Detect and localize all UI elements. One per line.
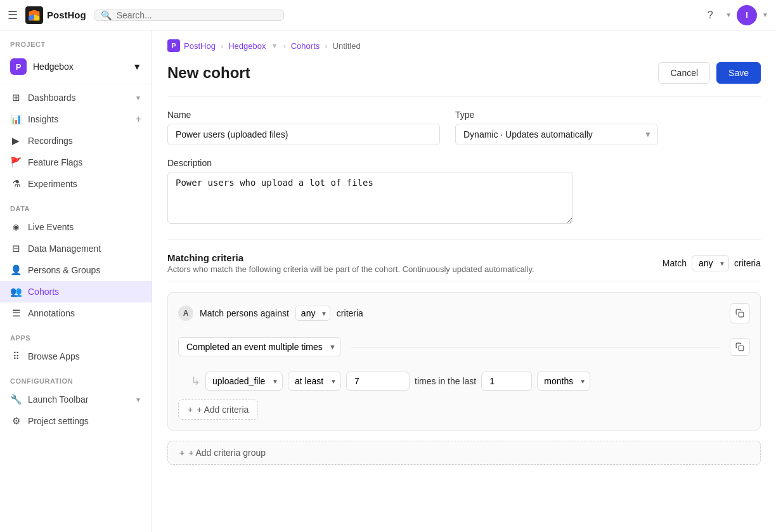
- sidebar-item-label: Annotations: [28, 308, 141, 318]
- sidebar-item-live-events[interactable]: ◉ Live Events: [0, 216, 152, 238]
- sidebar-item-project-settings[interactable]: ⚙ Project settings: [0, 410, 152, 432]
- main-content: P PostHog › Hedgebox ▼ › Cohorts › Untit…: [152, 30, 776, 532]
- avatar-caret: ▼: [762, 11, 768, 18]
- breadcrumb-project: P PostHog: [167, 39, 216, 52]
- sidebar-item-label: Live Events: [28, 222, 141, 232]
- description-label: Description: [167, 158, 573, 168]
- persons-icon: 👤: [10, 264, 22, 276]
- data-section-label: DATA: [0, 195, 152, 216]
- svg-rect-5: [739, 346, 744, 351]
- project-name: Hedgebox: [33, 62, 126, 72]
- form-section: Name Type Dynamic · Updates automaticall…: [152, 97, 776, 239]
- sidebar-item-label: Feature Flags: [28, 157, 141, 167]
- group-match-select-wrap: any all ▼: [295, 306, 330, 321]
- cohorts-icon: 👥: [10, 286, 22, 297]
- period-select[interactable]: days weeks months years: [537, 372, 590, 391]
- match-persons-text: Match persons against: [200, 308, 289, 318]
- criteria-label: criteria: [734, 258, 761, 268]
- breadcrumb-hedgebox[interactable]: Hedgebox: [228, 41, 266, 51]
- sidebar-item-annotations[interactable]: ☰ Annotations: [0, 302, 152, 324]
- group-copy-button[interactable]: [730, 303, 750, 323]
- dashboards-caret: ▼: [135, 94, 141, 101]
- breadcrumb-sep2: ›: [283, 41, 285, 51]
- sidebar: PROJECT P Hedgebox ▼ ⊞ Dashboards ▼ 📊 In…: [0, 30, 152, 532]
- sidebar-item-launch-toolbar[interactable]: 🔧 Launch Toolbar ▼: [0, 389, 152, 410]
- breadcrumb: P PostHog › Hedgebox ▼ › Cohorts › Untit…: [152, 30, 776, 52]
- add-criteria-label: + Add criteria: [197, 405, 249, 415]
- data-management-icon: ⊟: [10, 243, 22, 254]
- event-row-divider: [351, 347, 720, 347]
- insights-plus[interactable]: +: [136, 114, 141, 125]
- freq-select[interactable]: at least at most exactly: [288, 372, 341, 391]
- avatar[interactable]: I: [737, 5, 757, 25]
- matching-title: Matching criteria: [167, 252, 534, 263]
- sidebar-item-label: Persons & Groups: [28, 265, 141, 275]
- search-input[interactable]: [117, 10, 277, 20]
- toolbar-icon: 🔧: [10, 394, 22, 405]
- subcriteria-indent: ↳: [191, 374, 200, 388]
- sidebar-item-experiments[interactable]: ⚗ Experiments: [0, 173, 152, 195]
- sidebar-item-label: Project settings: [28, 416, 141, 426]
- last-count-input[interactable]: [481, 372, 532, 391]
- breadcrumb-avatar: P: [167, 39, 180, 52]
- breadcrumb-cohorts[interactable]: Cohorts: [291, 41, 320, 51]
- feature-flags-icon: 🚩: [10, 157, 22, 168]
- cancel-button[interactable]: Cancel: [658, 62, 710, 84]
- sidebar-item-label: Launch Toolbar: [28, 394, 129, 405]
- sidebar-item-dashboards[interactable]: ⊞ Dashboards ▼: [0, 87, 152, 108]
- count-input[interactable]: [346, 372, 410, 391]
- sidebar-item-label: Insights: [28, 114, 129, 124]
- sidebar-item-insights[interactable]: 📊 Insights +: [0, 108, 152, 130]
- config-section-label: CONFIGURATION: [0, 367, 152, 389]
- live-events-icon: ◉: [10, 221, 22, 233]
- type-select[interactable]: Dynamic · Updates automatically Static ·…: [455, 124, 658, 145]
- sidebar-item-cohorts[interactable]: 👥 Cohorts: [0, 281, 152, 302]
- project-settings-icon: ⚙: [10, 415, 22, 427]
- type-label: Type: [455, 110, 658, 120]
- event-name-select-wrap: uploaded_file pageview clicked ▼: [205, 372, 283, 391]
- form-group-name: Name: [167, 110, 440, 145]
- event-select[interactable]: Completed an event multiple times Comple…: [178, 337, 341, 356]
- search-bar[interactable]: 🔍: [94, 10, 284, 21]
- menu-icon[interactable]: ☰: [8, 8, 18, 22]
- name-input[interactable]: [167, 124, 440, 145]
- matching-description: Actors who match the following criteria …: [167, 264, 534, 274]
- match-select[interactable]: any all: [692, 255, 729, 271]
- sidebar-item-recordings[interactable]: ▶ Recordings: [0, 130, 152, 152]
- insights-icon: 📊: [10, 114, 22, 125]
- page-title: New cohort: [167, 64, 250, 82]
- sidebar-item-label: Cohorts: [28, 287, 141, 297]
- sidebar-item-persons-groups[interactable]: 👤 Persons & Groups: [0, 259, 152, 281]
- sidebar-item-browse-apps[interactable]: ⠿ Browse Apps: [0, 346, 152, 367]
- breadcrumb-dropdown[interactable]: ▼: [271, 42, 278, 49]
- match-label: Match: [663, 258, 687, 268]
- type-select-wrap: Dynamic · Updates automatically Static ·…: [455, 124, 658, 145]
- add-criteria-plus: +: [188, 405, 193, 415]
- save-button[interactable]: Save: [716, 62, 761, 84]
- criteria-group-header: A Match persons against any all ▼ criter…: [178, 303, 750, 323]
- apps-icon: ⠿: [10, 351, 22, 362]
- match-controls: Match any all ▼ criteria: [663, 255, 761, 271]
- add-criteria-group-button[interactable]: + + Add criteria group: [167, 441, 761, 465]
- sidebar-item-label: Recordings: [28, 136, 141, 146]
- name-label: Name: [167, 110, 440, 120]
- sidebar-item-feature-flags[interactable]: 🚩 Feature Flags: [0, 152, 152, 173]
- group-letter: A: [178, 306, 193, 321]
- subcriteria-row: ↳ uploaded_file pageview clicked ▼ at le…: [178, 368, 750, 394]
- project-selector[interactable]: P Hedgebox ▼: [0, 52, 152, 81]
- event-name-select[interactable]: uploaded_file pageview clicked: [205, 372, 283, 391]
- help-button[interactable]: ?: [700, 5, 720, 25]
- breadcrumb-posthog[interactable]: PostHog: [184, 41, 216, 51]
- svg-rect-4: [739, 312, 744, 317]
- breadcrumb-sep3: ›: [325, 41, 327, 51]
- sidebar-item-label: Browse Apps: [28, 351, 141, 361]
- sidebar-item-data-management[interactable]: ⊟ Data Management: [0, 238, 152, 259]
- criteria-copy-button[interactable]: [730, 338, 750, 356]
- add-criteria-button[interactable]: + + Add criteria: [178, 399, 258, 420]
- criteria-text: criteria: [337, 308, 363, 318]
- header-actions: Cancel Save: [658, 62, 761, 84]
- help-caret: ▼: [725, 11, 732, 18]
- matching-header: Matching criteria Actors who match the f…: [167, 252, 761, 282]
- description-textarea[interactable]: Power users who upload a lot of files: [167, 172, 573, 224]
- group-match-select[interactable]: any all: [295, 306, 330, 321]
